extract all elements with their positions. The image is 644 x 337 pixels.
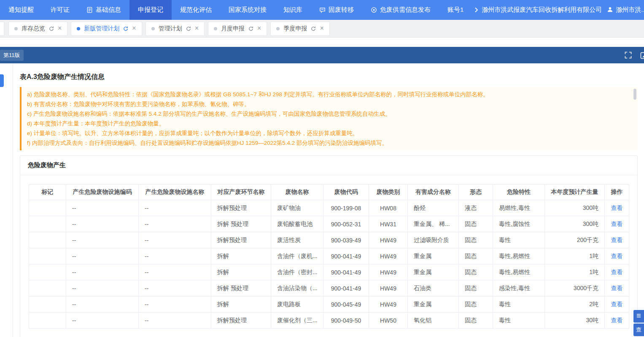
cell: 2吨 <box>545 296 605 313</box>
tab-status-dot <box>214 27 217 30</box>
close-icon[interactable]: × <box>58 25 62 32</box>
cell: HW49 <box>369 232 408 248</box>
cell: 900-049-50 <box>323 313 369 329</box>
cell: -- <box>139 313 211 329</box>
refresh-icon[interactable] <box>248 26 253 31</box>
nav-item-label: 危废供需信息发布 <box>380 6 431 14</box>
tab-quarterly-declaration[interactable]: 季度申报× <box>270 22 329 36</box>
broadcast-icon <box>371 7 377 13</box>
nav-item-account[interactable]: 账号1 <box>439 0 472 20</box>
cell: 酚烃 <box>408 200 459 216</box>
cell <box>29 280 66 296</box>
action-cell: 查看 <box>605 296 629 313</box>
cell <box>29 296 66 313</box>
tab-inventory-overview[interactable]: 库存总览× <box>8 22 67 36</box>
refresh-icon[interactable] <box>49 26 54 31</box>
column-header: 危险特性 <box>493 185 545 200</box>
cell: 拆解 <box>211 248 271 264</box>
floating-vertical-widget: 查 <box>633 310 644 336</box>
cell: 过滤吸附介质 <box>408 232 459 248</box>
action-cell: 查看 <box>605 216 629 232</box>
column-header: 废物名称 <box>271 185 323 200</box>
waste-table: 标记产生危险废物设施编码产生危险废物设施名称对应产废环节名称废物名称废物代码废物… <box>29 184 629 329</box>
user-menu[interactable]: 滁州市洪... <box>607 6 644 14</box>
refresh-icon[interactable] <box>186 26 191 31</box>
cell: -- <box>139 200 211 216</box>
toolbar-icons <box>625 52 644 59</box>
table-row: ----拆解含油件（废机...900-041-49HW49重金属固态毒性,易燃性… <box>29 248 629 264</box>
tab-status-dot <box>77 27 80 30</box>
floating-action-button[interactable]: 查 <box>633 323 644 336</box>
scrollbar-thumb[interactable] <box>633 89 636 100</box>
cell <box>29 264 66 280</box>
view-link[interactable]: 查看 <box>611 301 623 307</box>
tab-label: 库存总览 <box>22 25 45 33</box>
cell: HW49 <box>369 296 408 313</box>
action-cell: 查看 <box>605 200 629 216</box>
floating-menu-button[interactable] <box>633 310 644 323</box>
table-row: ----拆解废电路板900-045-49HW49重金属固态毒性2吨查看 <box>29 296 629 313</box>
nav-item-knowledge-base[interactable]: 知识库 <box>275 0 311 20</box>
user-name: 滁州市洪... <box>616 6 644 14</box>
column-header: 标记 <box>29 185 66 200</box>
nav-item-label: 账号1 <box>447 6 463 14</box>
cell: 固态 <box>459 232 493 248</box>
cell: 含油沾染物（... <box>271 280 323 296</box>
cell: 拆解预处理 <box>211 200 271 216</box>
cell: 固态 <box>459 296 493 313</box>
view-link[interactable]: 查看 <box>611 253 623 259</box>
cell: 毒性,易燃性 <box>493 248 545 264</box>
nav-item-label: 申报登记 <box>138 6 163 14</box>
tab-monthly-declaration[interactable]: 月度申报× <box>208 22 267 36</box>
cell: -- <box>139 296 211 313</box>
tab-status-dot <box>276 27 280 30</box>
cell: 废催化剂（三... <box>271 313 323 329</box>
cell: 废电路板 <box>271 296 323 313</box>
cell: -- <box>139 248 211 264</box>
nav-item-national-system[interactable]: 国家系统对接 <box>220 0 275 20</box>
tab-management-plan[interactable]: 管理计划× <box>146 22 205 36</box>
cell: 废活性炭 <box>271 232 323 248</box>
cell: 900-041-49 <box>323 280 369 296</box>
nav-item-assessment[interactable]: 规范化评估 <box>172 0 220 20</box>
nav-item-supply-demand[interactable]: 危废供需信息发布 <box>362 0 439 20</box>
cell: 900-039-49 <box>323 232 369 248</box>
refresh-icon[interactable] <box>311 26 316 31</box>
close-icon[interactable]: × <box>257 25 261 32</box>
nav-item-declaration[interactable]: 申报登记 <box>129 0 172 20</box>
close-icon[interactable]: × <box>132 25 136 32</box>
chevron-right-icon[interactable] <box>474 7 478 13</box>
column-header: 有害成分名称 <box>408 185 459 200</box>
close-icon[interactable]: × <box>320 25 323 32</box>
view-link[interactable]: 查看 <box>611 269 623 275</box>
tab-new-management-plan[interactable]: 新版管理计划× <box>71 22 142 36</box>
view-link[interactable]: 查看 <box>611 204 623 211</box>
view-link[interactable]: 查看 <box>611 236 623 243</box>
refresh-icon[interactable] <box>123 26 128 31</box>
cell: 重金属 <box>408 296 459 313</box>
tab-label: 新版管理计划 <box>84 25 119 33</box>
column-header: 操作 <box>605 185 629 200</box>
cell: -- <box>139 216 211 232</box>
action-cell: 查看 <box>605 248 629 264</box>
nav-item-label: 固废转移 <box>329 6 354 14</box>
chat-icon <box>319 7 326 13</box>
drawer-handle[interactable] <box>0 74 4 87</box>
cell: HW31 <box>369 216 408 232</box>
fullscreen-icon[interactable] <box>625 52 632 59</box>
nav-item-notifications[interactable]: 通知提醒 <box>0 0 42 20</box>
view-link[interactable]: 查看 <box>611 220 623 227</box>
nav-right: 滁州市洪武报废汽车回收拆解利用有限公司 滁州市洪... <box>472 0 644 20</box>
view-link[interactable]: 查看 <box>611 317 623 323</box>
edit-icon[interactable] <box>640 52 644 59</box>
close-icon[interactable]: × <box>195 25 199 32</box>
view-link[interactable]: 查看 <box>611 285 623 291</box>
nav-item-basic-info[interactable]: 基础信息 <box>78 0 129 20</box>
nav-item-waste-transfer[interactable]: 固废转移 <box>311 0 362 20</box>
tab-stub[interactable] <box>0 22 4 36</box>
cell: 拆解预处理 <box>211 232 271 248</box>
nav-menu: 通知提醒许可证基础信息申报登记规范化评估国家系统对接知识库固废转移危废供需信息发… <box>0 0 472 20</box>
nav-item-license[interactable]: 许可证 <box>42 0 78 20</box>
note-line: a) 危险废物名称、类别、代码和危险特性：依据《国家危险废物名录》或根据 GB … <box>27 90 627 99</box>
cell: HW49 <box>369 280 408 296</box>
